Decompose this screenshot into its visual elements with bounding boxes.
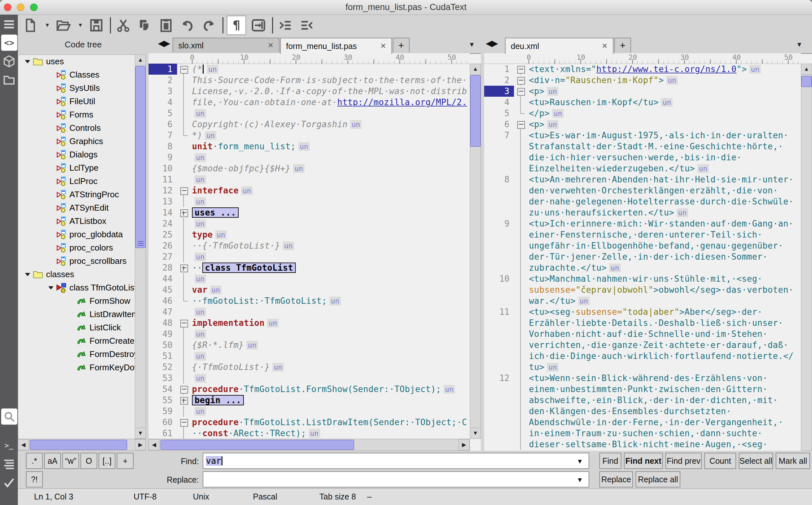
terminal-icon[interactable]: >_ — [1, 438, 17, 453]
tab-close-icon[interactable]: ✕ — [374, 42, 386, 50]
code-row[interactable]: den·verwehten·Orchesterklängen·erzählt,·… — [484, 185, 801, 196]
code-row[interactable]: subsense="čeprav|obwohl">obwohl</seg>·da… — [484, 284, 801, 295]
find-prev-button[interactable]: Find prev — [665, 453, 702, 469]
redo-icon[interactable] — [200, 16, 218, 34]
tree-scroll-right-icon[interactable]: ▶ — [135, 439, 146, 450]
find-option-“w”[interactable]: “w” — [62, 453, 79, 469]
code-row[interactable]: 2<div·n="Rauschen·im·Kopf">un — [484, 74, 801, 86]
fold-expand-icon[interactable] — [180, 265, 188, 272]
code-row[interactable]: zu·uns·heraufsickerten.</tu>un — [484, 207, 801, 218]
code-row[interactable]: Abendschwüle·in·der·Ferne,·in·der·Vergan… — [484, 417, 801, 428]
word-wrap-icon[interactable] — [249, 16, 268, 34]
code-row[interactable]: Einzelheiten·wiederzugeben.</tu>un — [484, 163, 801, 174]
tree-item-proc-colors[interactable]: proc_colors — [18, 241, 135, 255]
code-row[interactable]: 1(*un — [149, 63, 470, 74]
code-row[interactable]: 8<tu>An·mehreren·Abenden·hat·ihr·Held·si… — [484, 174, 801, 185]
tree-item-formdestroy[interactable]: FormDestroy — [18, 348, 135, 361]
editor-left-scroll-left-icon[interactable]: ◀ — [149, 439, 160, 450]
editor-right-vscroll-thumb[interactable] — [801, 76, 812, 87]
code-row[interactable]: 47un — [149, 306, 470, 317]
code-row[interactable]: 45varun — [149, 284, 470, 295]
copy-icon[interactable] — [136, 16, 154, 34]
tree-expand-icon[interactable] — [46, 286, 56, 290]
editor-left-scroll-up-icon[interactable]: ▲ — [470, 63, 481, 74]
tree-item-sysutils[interactable]: SysUtils — [18, 81, 135, 95]
code-row[interactable]: die·ich·hier·versuchen·werde,·bis·in·die… — [484, 152, 801, 163]
tree-item-listclick[interactable]: ListClick — [18, 321, 135, 334]
tree-item-atsynedit[interactable]: ATSynEdit — [18, 201, 135, 214]
tree-scroll-up-icon[interactable]: ▲ — [135, 54, 146, 65]
fold-collapse-icon[interactable] — [517, 121, 525, 129]
code-tree-icon[interactable]: <> — [1, 34, 17, 51]
code-row[interactable]: 61··const·ARect:·TRect);un — [149, 428, 470, 439]
code-row[interactable]: der·Tür·jener·Zelle,·in·der·ich·diesen·S… — [484, 251, 801, 262]
fold-expand-icon[interactable] — [180, 209, 188, 217]
code-row[interactable]: 5un — [149, 108, 470, 119]
tree-item-uses[interactable]: uses — [18, 55, 135, 68]
code-row[interactable]: 7*)un — [149, 130, 470, 141]
code-area[interactable]: 1<text·xmlns="http://www.tei-c.org/ns/1.… — [484, 63, 801, 451]
find-button[interactable]: Find — [599, 453, 621, 469]
menu-icon[interactable] — [1, 16, 17, 32]
editor-right-scroll-up-icon[interactable]: ▲ — [801, 63, 812, 74]
tree-item-atlistbox[interactable]: ATListbox — [18, 214, 135, 228]
code-row[interactable]: den·Klängen·des·Ensembles·durchsetzten· — [484, 406, 801, 417]
select-all-button[interactable]: Select all — [739, 453, 773, 469]
code-area[interactable]: 1(*un2This·Source·Code·Form·is·subject·t… — [149, 63, 470, 439]
list-icon[interactable] — [1, 456, 17, 472]
check-icon[interactable] — [1, 475, 17, 490]
code-row[interactable]: zubrachte.</tu>un — [484, 262, 801, 273]
code-row[interactable]: 4<tu>Rauschen·im·Kopf</tu>un — [484, 97, 801, 108]
code-row[interactable]: 60procedure·TfmGotoList.ListDrawItem(Sen… — [149, 417, 470, 428]
find-option-confirm[interactable]: ?! — [26, 471, 43, 488]
tree-item-listdrawitem[interactable]: ListDrawItem — [18, 308, 135, 321]
folder-icon[interactable] — [1, 72, 17, 88]
code-row[interactable]: 13un — [149, 196, 470, 207]
tree-item-formkeydown[interactable]: FormKeyDown — [18, 361, 135, 374]
code-row[interactable]: 12<tu>Wenn·sein·Blick·während·des·Erzähl… — [484, 373, 801, 384]
tree-scroll-left-icon[interactable]: ◀ — [18, 439, 29, 450]
tree-hscroll-thumb[interactable] — [30, 440, 127, 450]
code-row[interactable]: 10{$mode·objfpc}{$H+}un — [149, 163, 470, 174]
undo-icon[interactable] — [178, 16, 197, 34]
editor-left-scroll-right-icon[interactable]: ▶ — [459, 439, 470, 450]
code-row[interactable]: 26··{·TfmGotoList·}un — [149, 240, 470, 251]
find-next-button[interactable]: Find next — [624, 453, 663, 469]
new-tab-button[interactable]: + — [393, 38, 410, 52]
tab-scroll-arrows-icon[interactable]: ◀▶ — [158, 38, 170, 48]
tab-scroll-arrows-icon[interactable]: ◀▶ — [486, 38, 498, 48]
code-row[interactable]: 27un — [149, 251, 470, 262]
code-row[interactable]: 14uses ... — [149, 207, 470, 218]
code-row[interactable]: 25typeun — [149, 229, 470, 240]
editor-pane-left[interactable]: ◀▶slo.xml✕form_menu_list.pas✕+▼010203040… — [149, 36, 481, 451]
tree-item-fileutil[interactable]: FileUtil — [18, 95, 135, 108]
code-row[interactable]: 28··class TfmGotoList — [149, 262, 470, 273]
fold-collapse-icon[interactable] — [180, 320, 188, 327]
editor-pane-right[interactable]: ◀▶deu.xml✕+▼010203040501<text·xmlns="htt… — [484, 36, 812, 451]
code-row[interactable]: 10<tu>Manchmal·nahmen·wir·uns·Stühle·mit… — [484, 273, 801, 284]
code-row[interactable]: 59un — [149, 406, 470, 417]
code-row[interactable]: 3<p>un — [484, 86, 801, 97]
find-option-regex[interactable]: .* — [26, 453, 43, 469]
replace-all-button[interactable]: Replace all — [635, 471, 681, 488]
fold-expand-icon[interactable] — [180, 397, 188, 405]
code-row[interactable]: ich·die·Dinge·auch·wirklich·fortlaufend·… — [484, 350, 801, 361]
editor-left-scroll-down-icon[interactable]: ▼ — [470, 428, 481, 439]
unindent-icon[interactable] — [298, 16, 316, 34]
code-row[interactable]: 24un — [149, 218, 470, 229]
find-history-dropdown-icon[interactable]: ▼ — [578, 457, 582, 465]
tree-item-controls[interactable]: Controls — [18, 121, 135, 135]
tree-item-dialogs[interactable]: Dialogs — [18, 148, 135, 161]
tab-list-dropdown-icon[interactable]: ▼ — [469, 41, 475, 48]
find-input[interactable]: var▼ — [203, 453, 589, 469]
tab-close-icon[interactable]: ✕ — [261, 41, 274, 50]
code-row[interactable]: der·nahe·gelegenen·Hotelterrasse·durch·d… — [484, 196, 801, 207]
code-row[interactable]: 54procedure·TfmGotoList.FormShow(Sender:… — [149, 384, 470, 395]
tree-item-classes[interactable]: classes — [18, 268, 135, 281]
fold-collapse-icon[interactable] — [180, 66, 188, 74]
find-option-O[interactable]: O — [80, 453, 97, 469]
folded-block[interactable]: uses ... — [192, 207, 239, 218]
save-file-icon[interactable] — [87, 16, 105, 34]
tree-item-atstringproc[interactable]: ATStringProc — [18, 188, 135, 201]
replace-button[interactable]: Replace — [599, 471, 633, 488]
